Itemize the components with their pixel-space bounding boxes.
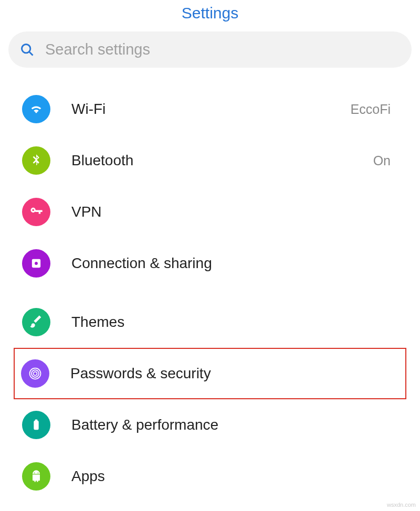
settings-item-label: Bluetooth <box>71 152 373 169</box>
settings-item-value: On <box>373 153 391 168</box>
page-title: Settings <box>0 4 420 22</box>
settings-item-label: Battery & performance <box>71 417 398 433</box>
settings-item-apps[interactable]: Apps <box>15 451 405 502</box>
key-icon <box>22 198 50 226</box>
settings-item-battery[interactable]: Battery & performance <box>15 399 405 451</box>
settings-item-label: Passwords & security <box>70 365 399 382</box>
search-input[interactable] <box>45 41 400 58</box>
svg-point-3 <box>35 262 38 265</box>
header: Settings <box>0 0 420 31</box>
bluetooth-icon <box>22 146 50 175</box>
gear-icon <box>22 249 50 278</box>
settings-item-label: Connection & sharing <box>71 255 398 272</box>
watermark: wsxdn.com <box>387 502 416 508</box>
settings-item-bluetooth[interactable]: Bluetooth On <box>15 135 405 186</box>
search-icon <box>20 42 35 57</box>
fingerprint-icon <box>21 359 49 388</box>
settings-item-passwords[interactable]: Passwords & security <box>14 348 406 399</box>
brush-icon <box>22 308 50 336</box>
settings-item-value: EccoFi <box>351 102 391 117</box>
settings-item-label: Wi-Fi <box>71 101 351 118</box>
svg-point-0 <box>22 44 30 52</box>
settings-item-themes[interactable]: Themes <box>15 296 405 348</box>
settings-list: Wi-Fi EccoFi Bluetooth On VPN Connection… <box>0 83 420 502</box>
svg-point-5 <box>32 370 39 377</box>
settings-item-wifi[interactable]: Wi-Fi EccoFi <box>15 83 405 135</box>
settings-item-label: Apps <box>71 468 398 485</box>
svg-point-4 <box>34 372 37 376</box>
svg-rect-7 <box>34 421 38 430</box>
settings-item-label: Themes <box>71 314 398 331</box>
search-bar[interactable] <box>8 31 412 68</box>
svg-line-1 <box>29 51 33 55</box>
settings-item-connection[interactable]: Connection & sharing <box>15 238 405 289</box>
android-icon <box>22 462 50 491</box>
settings-item-label: VPN <box>71 204 398 220</box>
settings-item-vpn[interactable]: VPN <box>15 186 405 238</box>
wifi-icon <box>22 95 50 123</box>
svg-rect-8 <box>35 420 38 422</box>
battery-icon <box>22 411 50 439</box>
